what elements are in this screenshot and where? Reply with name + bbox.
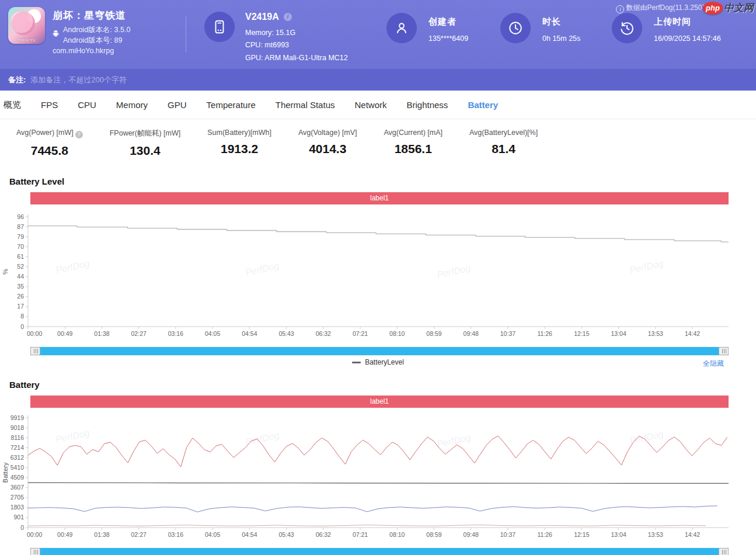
tab-cpu[interactable]: CPU — [78, 100, 96, 110]
header-divider — [186, 16, 186, 53]
tab-memory[interactable]: Memory — [116, 100, 148, 110]
stat-value: 1913.2 — [207, 142, 271, 156]
stat-value: 4014.3 — [298, 142, 357, 156]
svg-text:04:54: 04:54 — [242, 531, 257, 538]
svg-text:26: 26 — [17, 293, 24, 300]
svg-text:11:26: 11:26 — [537, 531, 552, 538]
stat-value: 7445.8 — [16, 144, 83, 158]
svg-text:1803: 1803 — [11, 504, 25, 511]
svg-text:6312: 6312 — [11, 454, 25, 461]
app-package: com.miHoYo.hkrpg — [53, 47, 114, 55]
battery-summary-stats: Avg(Power) [mW]?7445.8FPower(帧能耗) [mW]13… — [0, 119, 756, 165]
duration-value: 0h 15m 25s — [542, 34, 580, 43]
svg-text:01:38: 01:38 — [94, 531, 109, 538]
stat-value: 81.4 — [469, 142, 538, 156]
svg-text:14:42: 14:42 — [685, 330, 700, 337]
svg-text:Battery: Battery — [2, 462, 9, 483]
battery-level-legend-label[interactable]: BatteryLevel — [365, 358, 404, 366]
battery-range-scrollbar[interactable] — [30, 547, 729, 555]
battery-level-label-bar: label1 — [30, 192, 729, 204]
svg-text:13:53: 13:53 — [648, 531, 663, 538]
svg-text:02:27: 02:27 — [131, 330, 147, 337]
device-name: V2419A — [245, 12, 279, 22]
scrollbar-right-handle[interactable] — [719, 548, 729, 555]
device-info-icon[interactable]: i — [284, 13, 292, 21]
scrollbar-right-handle[interactable] — [719, 347, 729, 355]
svg-text:61: 61 — [17, 253, 24, 260]
svg-text:04:05: 04:05 — [205, 330, 220, 337]
svg-text:00:00: 00:00 — [27, 531, 42, 538]
svg-text:08:59: 08:59 — [426, 531, 441, 538]
svg-text:901: 901 — [13, 514, 24, 521]
tab-battery[interactable]: Battery — [468, 100, 498, 110]
svg-text:05:43: 05:43 — [278, 531, 294, 538]
scrollbar-left-handle[interactable] — [30, 347, 40, 355]
svg-text:5410: 5410 — [11, 464, 25, 471]
tab-temperature[interactable]: Temperature — [207, 100, 256, 110]
battery-chart[interactable]: 9919901881167214631254104509360727051803… — [0, 410, 756, 547]
battery-level-range-scrollbar[interactable] — [30, 346, 729, 356]
scrollbar-left-handle[interactable] — [30, 548, 40, 555]
svg-text:07:21: 07:21 — [353, 531, 368, 538]
app-icon-art — [12, 12, 35, 35]
stat-block-4: Avg(Current) [mA]1856.1 — [384, 129, 443, 165]
svg-text:08:10: 08:10 — [389, 531, 405, 538]
svg-text:05:43: 05:43 — [278, 330, 294, 337]
svg-text:07:21: 07:21 — [353, 330, 368, 337]
app-title: 崩坏：星穹铁道 — [53, 9, 126, 22]
battery-level-chart[interactable]: 9687797061524435261780%00:0000:4901:3802… — [0, 206, 756, 346]
phone-icon — [204, 12, 235, 42]
battery-label-bar: label1 — [30, 396, 729, 408]
tab-brightness[interactable]: Brightness — [407, 100, 448, 110]
svg-text:17: 17 — [17, 303, 24, 310]
upload-time-icon — [612, 13, 642, 43]
tab-fps[interactable]: FPS — [41, 100, 58, 110]
series-Current — [28, 506, 717, 512]
svg-text:11:26: 11:26 — [537, 330, 552, 337]
svg-text:00:00: 00:00 — [27, 330, 42, 337]
battery-level-section-title: Battery Level — [9, 176, 756, 186]
stat-label: Sum(Battery)[mWh] — [207, 129, 271, 137]
php-badge: php — [703, 2, 723, 15]
tab-gpu[interactable]: GPU — [168, 100, 187, 110]
svg-text:9018: 9018 — [11, 424, 25, 431]
metric-tabs: 概览FPSCPUMemoryGPUTemperatureThermal Stat… — [0, 91, 756, 119]
svg-text:0: 0 — [20, 524, 24, 531]
duration-label: 时长 — [542, 16, 561, 27]
svg-text:7214: 7214 — [11, 444, 25, 451]
report-header: miHoYo 崩坏：星穹铁道 Android版本名: 3.5.0 Android… — [0, 0, 756, 69]
series-unnamed — [28, 525, 706, 526]
data-source-note: i数据由PerfDog(11.3.2507 — [616, 3, 706, 13]
hide-all-link[interactable]: 全隐藏 — [703, 359, 724, 369]
remark-input[interactable]: 添加备注，不超过200个字符 — [30, 75, 127, 85]
app-icon: miHoYo — [8, 7, 45, 44]
svg-text:08:10: 08:10 — [389, 330, 405, 337]
stat-value: 130.4 — [110, 144, 181, 158]
stat-value: 1856.1 — [384, 142, 443, 156]
remark-bar: 备注: 添加备注，不超过200个字符 — [0, 69, 756, 91]
device-cpu: CPU: mt6993 — [245, 41, 289, 49]
php-cn-watermark-logo: php 中文网 — [703, 1, 754, 15]
svg-text:9919: 9919 — [11, 414, 25, 421]
stat-label: Avg(Voltage) [mV] — [298, 129, 357, 137]
stat-block-1: FPower(帧能耗) [mW]130.4 — [110, 129, 181, 165]
battery-level-legend-dash[interactable] — [352, 362, 361, 363]
svg-text:14:42: 14:42 — [685, 531, 700, 538]
svg-text:04:54: 04:54 — [242, 330, 257, 337]
tab-thermal-status[interactable]: Thermal Status — [276, 100, 335, 110]
svg-text:13:04: 13:04 — [611, 330, 626, 337]
device-gpu: GPU: ARM Mali-G1-Ultra MC12 — [245, 54, 348, 62]
svg-text:00:49: 00:49 — [57, 330, 72, 337]
tab-概览[interactable]: 概览 — [4, 99, 21, 110]
svg-text:2705: 2705 — [11, 494, 25, 501]
tab-network[interactable]: Network — [354, 100, 386, 110]
svg-text:4509: 4509 — [11, 474, 25, 481]
creator-icon — [386, 13, 417, 43]
help-icon[interactable]: ? — [75, 131, 83, 138]
svg-text:02:27: 02:27 — [131, 531, 147, 538]
svg-text:12:15: 12:15 — [574, 330, 589, 337]
svg-text:52: 52 — [17, 263, 24, 270]
svg-text:96: 96 — [17, 213, 24, 220]
svg-text:09:48: 09:48 — [464, 531, 479, 538]
stat-label: Avg(Current) [mA] — [384, 129, 443, 137]
